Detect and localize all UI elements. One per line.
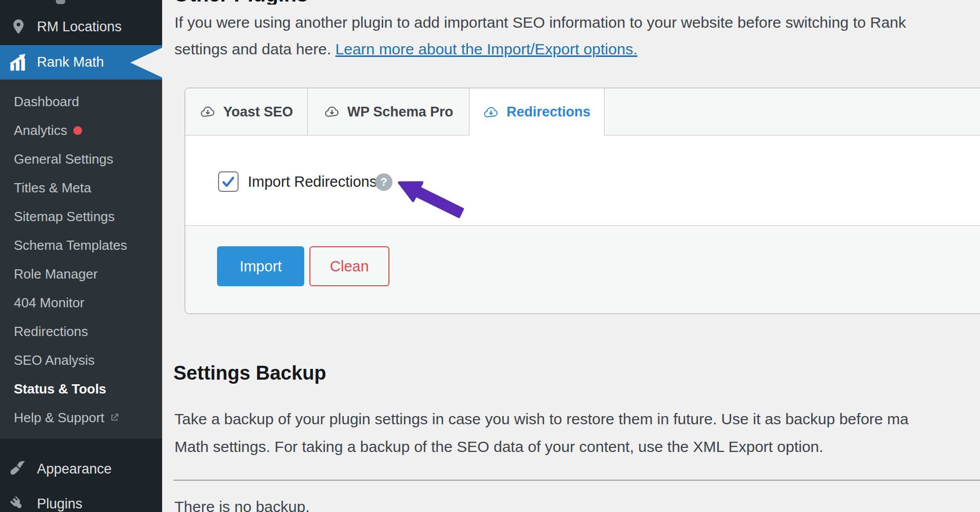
cloud-download-icon [200, 104, 216, 120]
clean-button[interactable]: Clean [309, 246, 389, 286]
settings-backup-description: Take a backup of your plugin settings in… [174, 405, 980, 461]
sidebar-item-analytics[interactable]: Analytics [0, 116, 162, 145]
location-pin-icon [8, 18, 29, 35]
backup-status-text: There is no backup. [174, 498, 309, 512]
import-redirections-label: Import Redirections [248, 171, 377, 192]
sidebar-item-rank-math[interactable]: Rank Math [0, 45, 162, 80]
importer-tabstrip: Yoast SEO WP Schema Pro [185, 88, 980, 135]
importer-panel-body: Import Redirections ? [185, 135, 980, 226]
tab-label: Yoast SEO [223, 104, 293, 120]
clipped-menu-icon-fragment [56, 0, 65, 4]
sidebar-item-plugins[interactable]: Plugins [0, 488, 162, 512]
plug-icon [8, 495, 29, 512]
rank-math-status-tools-screen: RM Locations Rank Math Dashboard Analyti… [0, 0, 980, 512]
learn-more-link[interactable]: Learn more about the Import/Export optio… [336, 41, 638, 57]
wp-admin-sidebar: RM Locations Rank Math Dashboard Analyti… [0, 0, 162, 512]
sidebar-item-rm-locations[interactable]: RM Locations [0, 9, 162, 44]
import-button[interactable]: Import [217, 246, 304, 286]
external-link-icon [109, 412, 120, 423]
sidebar-item-general-settings[interactable]: General Settings [0, 145, 162, 173]
help-tooltip-icon[interactable]: ? [375, 173, 393, 191]
intro-line-2: settings and data here. Learn more about… [174, 36, 980, 63]
sidebar-item-label: Appearance [37, 461, 112, 477]
sidebar-item-404-monitor[interactable]: 404 Monitor [0, 288, 162, 317]
import-redirections-checkbox[interactable] [218, 171, 239, 192]
sidebar-item-titles-meta[interactable]: Titles & Meta [0, 173, 162, 202]
sidebar-item-label: RM Locations [37, 19, 122, 35]
cloud-download-icon [483, 104, 499, 121]
sidebar-item-role-manager[interactable]: Role Manager [0, 260, 162, 288]
tab-wp-schema-pro[interactable]: WP Schema Pro [308, 88, 469, 135]
tab-redirections-active[interactable]: Redirections [469, 88, 604, 136]
sidebar-item-sitemap-settings[interactable]: Sitemap Settings [0, 202, 162, 231]
sidebar-item-status-tools-current[interactable]: Status & Tools [0, 375, 162, 403]
sidebar-item-seo-analysis[interactable]: SEO Analysis [0, 346, 162, 375]
rank-math-submenu: Dashboard Analytics General Settings Tit… [0, 80, 162, 439]
tab-yoast-seo[interactable]: Yoast SEO [185, 88, 308, 135]
sidebar-item-appearance[interactable]: Appearance [0, 454, 162, 484]
sidebar-item-dashboard[interactable]: Dashboard [0, 87, 162, 116]
cloud-download-icon [324, 104, 340, 120]
importer-panel-footer: Import Clean [185, 226, 980, 313]
backup-line-2: Math settings. For taking a backup of th… [174, 433, 980, 461]
rank-math-logo-icon [8, 53, 29, 72]
section-heading-clipped: Other Plugins [173, 0, 584, 5]
tab-label: Redirections [506, 104, 591, 120]
sidebar-item-redirections[interactable]: Redirections [0, 317, 162, 346]
import-export-intro: If you were using another plugin to add … [174, 9, 980, 63]
tab-label: WP Schema Pro [347, 104, 454, 120]
backup-line-1: Take a backup of your plugin settings in… [174, 405, 980, 433]
sidebar-item-label: Plugins [37, 496, 83, 512]
plugin-importer-card: Yoast SEO WP Schema Pro [185, 88, 980, 314]
main-content: Other Plugins If you were using another … [162, 0, 980, 512]
intro-line-1: If you were using another plugin to add … [174, 9, 980, 36]
sidebar-item-schema-templates[interactable]: Schema Templates [0, 231, 162, 260]
settings-backup-heading: Settings Backup [173, 362, 326, 384]
paintbrush-icon [8, 460, 29, 478]
sidebar-item-label: Rank Math [37, 54, 104, 70]
sidebar-item-help-support[interactable]: Help & Support [0, 403, 162, 432]
active-menu-notch [130, 48, 162, 77]
notification-dot [73, 126, 82, 135]
page-section-title: Other Plugins [173, 0, 584, 5]
section-divider [173, 480, 980, 481]
